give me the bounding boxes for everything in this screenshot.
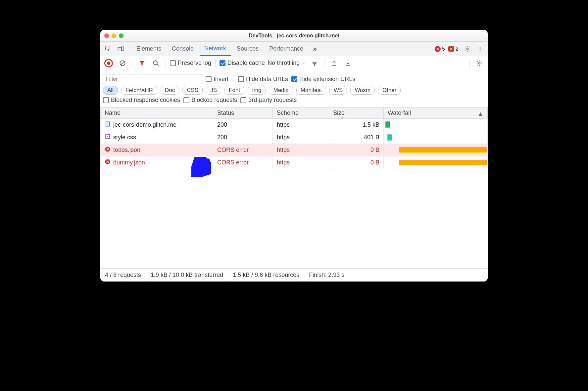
type-pill-all[interactable]: All <box>103 86 118 95</box>
col-size[interactable]: Size <box>329 108 384 119</box>
request-size: 1.5 kB <box>329 119 384 131</box>
window-controls <box>104 33 123 38</box>
chevron-down-icon <box>302 61 306 65</box>
blocked-cookies-checkbox[interactable]: Blocked response cookies <box>103 97 180 104</box>
more-tabs-icon[interactable]: » <box>309 43 320 55</box>
col-status[interactable]: Status <box>213 108 273 119</box>
svg-point-4 <box>479 46 480 47</box>
close-window-button[interactable] <box>104 33 109 38</box>
disable-cache-checkbox[interactable]: Disable cache <box>220 60 265 66</box>
request-status: CORS error <box>213 144 273 156</box>
table-empty-area <box>100 169 488 268</box>
requests-table: Name Status Scheme Size Waterfall▲ jec-c… <box>100 107 488 169</box>
minimize-window-button[interactable] <box>112 33 116 38</box>
request-scheme: https <box>273 144 329 156</box>
maximize-window-button[interactable] <box>119 33 123 38</box>
status-finish: Finish: 2.93 s <box>309 272 344 279</box>
table-row[interactable]: jec-cors-demo.glitch.me200https1.5 kB <box>101 119 488 131</box>
col-scheme[interactable]: Scheme <box>273 108 329 119</box>
issue-count-badge[interactable]: ✕ 2 <box>448 46 459 52</box>
type-pill-img[interactable]: Img <box>248 86 266 95</box>
type-pill-wasm[interactable]: Wasm <box>350 86 375 95</box>
export-har-icon[interactable] <box>328 58 340 69</box>
err-icon <box>105 159 111 166</box>
filter-input[interactable] <box>103 74 202 84</box>
request-scheme: https <box>273 156 329 169</box>
waterfall-cell <box>384 144 488 156</box>
hide-extension-urls-checkbox[interactable]: Hide extension URLs <box>291 76 355 83</box>
svg-point-5 <box>479 48 480 49</box>
err-icon <box>105 146 111 154</box>
settings-icon[interactable] <box>462 43 473 55</box>
request-status: 200 <box>213 119 273 131</box>
titlebar: DevTools - jec-cors-demo.glitch.me/ <box>100 30 488 42</box>
status-requests: 4 / 6 requests <box>105 272 141 279</box>
sort-asc-icon: ▲ <box>477 110 483 117</box>
request-size: 0 B <box>329 156 384 169</box>
error-count-badge[interactable]: ✕ 5 <box>435 46 445 52</box>
svg-point-12 <box>479 62 480 64</box>
kebab-menu-icon[interactable] <box>474 43 486 55</box>
css-icon <box>105 134 111 141</box>
window-title: DevTools - jec-cors-demo.glitch.me/ <box>100 33 488 39</box>
separator <box>129 45 129 53</box>
type-pill-other[interactable]: Other <box>378 86 401 95</box>
doc-icon <box>105 121 111 129</box>
waterfall-cell <box>384 119 488 131</box>
type-pill-fetch[interactable]: Fetch/XHR <box>121 86 157 95</box>
tab-elements[interactable]: Elements <box>132 42 166 56</box>
tab-network[interactable]: Network <box>200 42 231 56</box>
type-pill-doc[interactable]: Doc <box>161 86 179 95</box>
type-pill-js[interactable]: JS <box>206 86 221 95</box>
svg-point-11 <box>314 65 315 66</box>
tab-console[interactable]: Console <box>167 42 198 56</box>
issue-icon: ✕ <box>448 46 454 52</box>
svg-point-9 <box>154 61 158 65</box>
request-status: 200 <box>213 131 273 144</box>
status-resources: 1.5 kB / 9.6 kB resources <box>233 272 299 279</box>
import-har-icon[interactable] <box>342 58 354 69</box>
invert-checkbox[interactable]: Invert <box>206 76 228 83</box>
error-icon: ✕ <box>435 46 441 52</box>
filter-section: Invert Hide data URLs Hide extension URL… <box>100 70 488 107</box>
svg-rect-2 <box>122 47 123 51</box>
clear-button[interactable] <box>117 58 128 69</box>
search-icon[interactable] <box>150 58 162 69</box>
svg-point-3 <box>467 48 468 50</box>
type-pill-ws[interactable]: WS <box>329 86 347 95</box>
type-pill-manifest[interactable]: Manifest <box>296 86 326 95</box>
svg-line-10 <box>157 64 159 65</box>
request-name: dummy.json <box>113 159 145 166</box>
filter-toggle-icon[interactable] <box>136 58 148 69</box>
preserve-log-checkbox[interactable]: Preserve log <box>170 60 211 66</box>
inspect-element-icon[interactable] <box>102 43 114 55</box>
request-name: todos.json <box>113 147 140 153</box>
network-conditions-icon[interactable] <box>309 58 320 69</box>
svg-line-8 <box>121 61 124 65</box>
waterfall-cell <box>384 156 488 169</box>
col-name[interactable]: Name <box>101 108 213 119</box>
type-pill-font[interactable]: Font <box>224 86 244 95</box>
throttling-select[interactable]: No throttling <box>268 60 306 66</box>
table-row[interactable]: style.css200https401 B <box>101 131 488 144</box>
tab-performance[interactable]: Performance <box>265 42 308 56</box>
third-party-checkbox[interactable]: 3rd-party requests <box>240 97 297 104</box>
request-name: jec-cors-demo.glitch.me <box>113 121 176 128</box>
svg-point-6 <box>479 50 480 51</box>
tab-sources[interactable]: Sources <box>232 42 263 56</box>
status-transferred: 1.9 kB / 10.0 kB transferred <box>151 272 223 279</box>
record-button[interactable] <box>103 58 114 69</box>
blocked-requests-checkbox[interactable]: Blocked requests <box>183 97 237 104</box>
hide-data-urls-checkbox[interactable]: Hide data URLs <box>238 76 288 83</box>
waterfall-cell <box>384 131 488 144</box>
type-filters: All Fetch/XHR Doc CSS JS Font Img Media … <box>103 86 485 95</box>
type-pill-media[interactable]: Media <box>269 86 293 95</box>
col-waterfall[interactable]: Waterfall▲ <box>384 108 488 119</box>
device-toolbar-icon[interactable] <box>115 43 126 55</box>
devtools-window: DevTools - jec-cors-demo.glitch.me/ Elem… <box>100 30 488 282</box>
table-row[interactable]: dummy.jsonCORS errorhttps0 B <box>101 156 488 169</box>
type-pill-css[interactable]: CSS <box>182 86 203 95</box>
request-scheme: https <box>273 131 329 144</box>
network-settings-icon[interactable] <box>474 58 485 69</box>
table-row[interactable]: todos.jsonCORS errorhttps0 B <box>101 144 488 156</box>
